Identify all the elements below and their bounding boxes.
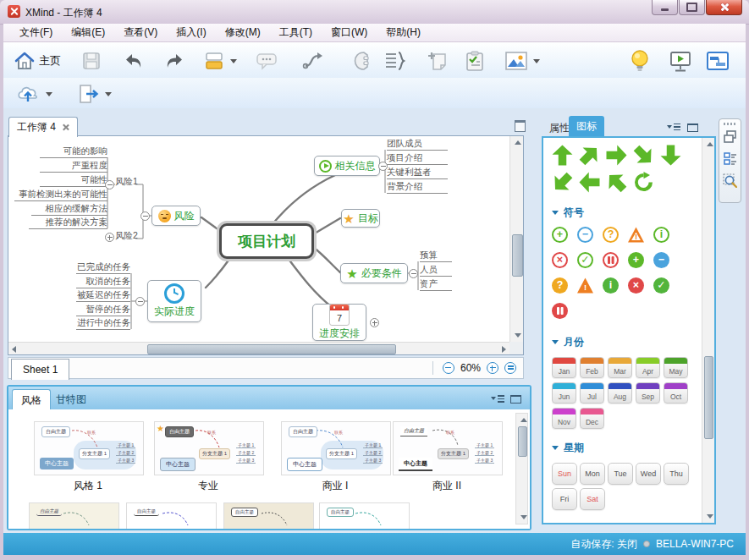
topic-risk-child[interactable]: 严重程度 (40, 159, 107, 173)
gantt-button[interactable] (706, 49, 730, 73)
topic-risk-child[interactable]: 可能性 (40, 173, 107, 187)
restore-panels-icon[interactable] (723, 129, 737, 144)
month-aug-icon[interactable]: Aug (608, 382, 632, 404)
insert-relationship-button[interactable] (301, 49, 325, 73)
month-apr-icon[interactable]: Apr (636, 357, 660, 378)
scroll-up-icon[interactable] (707, 142, 713, 146)
topic-info[interactable]: 相关信息 (314, 156, 380, 176)
collapse-conditions-button[interactable] (409, 269, 418, 278)
topic-progress-child[interactable]: 被延迟的任务 (76, 288, 130, 302)
style-scroll-thumb[interactable] (518, 426, 527, 457)
tab-icons[interactable]: 图标 (569, 116, 604, 136)
tips-button[interactable] (630, 49, 650, 73)
insert-summary-button[interactable] (383, 49, 406, 73)
tab-gantt[interactable]: 甘特图 (47, 389, 95, 409)
marker-panel-minimize-icon[interactable] (687, 124, 698, 132)
menu-help[interactable]: 帮助(H) (377, 24, 430, 41)
marker-arrow-left-icon[interactable] (579, 172, 600, 193)
menu-insert[interactable]: 插入(I) (167, 24, 215, 41)
insert-note-button[interactable] (427, 49, 449, 73)
marker-arrow-up-right-icon[interactable] (575, 140, 604, 170)
zoom-in-button[interactable] (487, 362, 498, 374)
minimize-button[interactable] (652, 0, 678, 15)
sym-warning-filled-icon[interactable]: ! (577, 277, 593, 294)
collapse-risk1-button[interactable] (105, 180, 114, 189)
style-gallery-scrollbar[interactable] (515, 413, 528, 524)
topic-progress[interactable]: 实际进度 (147, 280, 201, 322)
marker-arrow-down-icon[interactable] (660, 145, 681, 166)
save-button[interactable] (81, 49, 102, 73)
topic-schedule[interactable]: 7 进度安排 (312, 304, 366, 341)
style-thumbnail-row2[interactable]: 自由主题 (223, 502, 314, 529)
workbook-tab[interactable]: 工作簿 4 (8, 117, 78, 137)
section-months[interactable]: 月份 (552, 335, 584, 349)
insert-callout-button[interactable] (256, 49, 278, 73)
style-thumbnail-row2[interactable]: 自由主题 (319, 502, 410, 529)
scroll-up-icon[interactable] (515, 140, 521, 145)
scroll-right-icon[interactable] (502, 346, 506, 353)
weekday-tue-icon[interactable]: Tue (608, 463, 633, 485)
month-jan-icon[interactable]: Jan (552, 357, 576, 378)
marker-arrow-down-left-icon[interactable] (548, 167, 577, 197)
marker-refresh-icon[interactable] (633, 172, 654, 193)
menu-edit[interactable]: 编辑(E) (62, 24, 114, 41)
vertical-scroll-thumb[interactable] (512, 234, 523, 277)
sym-pause-outline-icon[interactable] (603, 252, 619, 268)
marker-arrow-down-right-icon[interactable] (629, 140, 658, 170)
menu-tools[interactable]: 工具(T) (270, 24, 322, 41)
sym-question-filled-icon[interactable]: ? (552, 277, 568, 294)
weekday-wed-icon[interactable]: Wed (636, 463, 661, 485)
upload-cloud-button[interactable] (15, 82, 52, 106)
marker-panel-scrollbar[interactable] (702, 138, 714, 523)
menu-window[interactable]: 窗口(W) (322, 24, 377, 41)
sym-warning-outline-icon[interactable]: ! (628, 227, 644, 243)
insert-boundary-button[interactable] (347, 49, 371, 73)
topic-progress-child[interactable]: 暂停的任务 (76, 303, 130, 316)
weekday-mon-icon[interactable]: Mon (580, 463, 605, 485)
sym-minus-filled-icon[interactable]: − (653, 252, 669, 268)
month-dec-icon[interactable]: Dec (580, 408, 604, 429)
collapse-risk-button[interactable] (140, 211, 150, 221)
redo-button[interactable] (162, 49, 184, 73)
style-panel-minimize-icon[interactable] (510, 395, 521, 404)
topic-conditions[interactable]: 必要条件 (340, 263, 408, 283)
topic-conditions-child[interactable]: 人员 (420, 263, 452, 277)
mindmap-canvas[interactable]: 项目计划 风险 风险1 风险2 可能的影响 严重程度 可能性 事前检测出来的可能… (8, 135, 524, 355)
marker-panel-menu-icon[interactable] (667, 123, 680, 131)
style-panel-menu-icon[interactable] (491, 394, 504, 403)
menu-modify[interactable]: 修改(M) (216, 24, 270, 41)
topic-risk-child[interactable]: 可能的影响 (40, 145, 107, 158)
topic-progress-child[interactable]: 已完成的任务 (76, 261, 130, 274)
topic-risk2[interactable]: 风险2 (115, 230, 138, 242)
undo-button[interactable] (124, 49, 146, 73)
maximize-button[interactable] (679, 0, 705, 15)
export-button[interactable] (76, 82, 112, 106)
section-symbols[interactable]: 符号 (552, 206, 584, 220)
workbook-tab-close-icon[interactable] (62, 124, 69, 131)
section-weekdays[interactable]: 星期 (552, 441, 584, 455)
sheet-tab[interactable]: Sheet 1 (11, 359, 69, 380)
topic-info-child[interactable]: 背景介绍 (387, 180, 448, 194)
tab-style[interactable]: 风格 (12, 389, 51, 410)
month-sep-icon[interactable]: Sep (636, 382, 660, 404)
insert-topic-button[interactable] (203, 49, 237, 73)
topic-central[interactable]: 项目计划 (219, 223, 314, 259)
month-jun-icon[interactable]: Jun (552, 382, 576, 404)
sym-cross-outline-icon[interactable]: × (552, 252, 568, 268)
image-dropdown-caret[interactable] (533, 59, 540, 63)
toolbar-grip-icon[interactable] (724, 123, 737, 125)
sym-plus-filled-icon[interactable]: + (628, 252, 644, 268)
topic-risk-child[interactable]: 事前检测出来的可能性 (14, 188, 107, 201)
marker-scroll-thumb[interactable] (704, 356, 713, 439)
marker-arrow-up-left-icon[interactable] (602, 167, 631, 197)
sym-plus-outline-icon[interactable]: + (552, 227, 568, 243)
horizontal-scroll-thumb[interactable] (147, 344, 396, 354)
menu-file[interactable]: 文件(F) (10, 24, 62, 41)
style-thumbnail-row2[interactable]: 自由主题 (126, 502, 217, 529)
upload-dropdown-caret[interactable] (46, 92, 52, 96)
expand-risk2-button[interactable] (105, 233, 114, 242)
style-thumbnail-professional[interactable]: 自由主题 联系 分支主题 1 子主题 1 子主题 2 子主题 3 中心主题 (154, 421, 264, 475)
panel-layout-icon[interactable] (723, 151, 737, 166)
scroll-down-icon[interactable] (707, 514, 713, 519)
expand-schedule-button[interactable] (370, 318, 379, 327)
